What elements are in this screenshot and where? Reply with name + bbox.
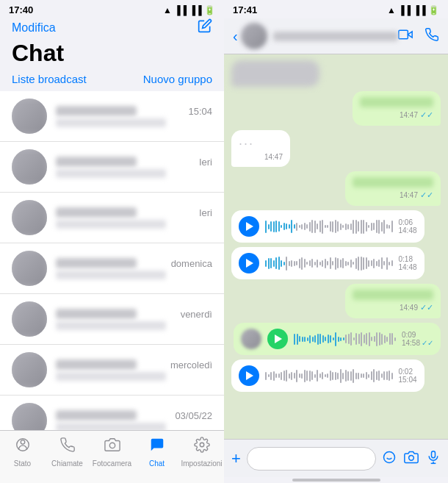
list-item[interactable]: domenica: [0, 243, 224, 294]
play-button[interactable]: [267, 329, 288, 349]
read-receipt: ✓✓: [420, 110, 433, 120]
chiamate-icon: [59, 437, 76, 457]
left-header: Modifica: [0, 18, 224, 40]
message-bubble: ··· 14:47: [231, 130, 290, 167]
chat-info: 03/05/22: [56, 410, 212, 431]
compose-icon[interactable]: [198, 18, 212, 37]
chat-time: Ieri: [199, 157, 212, 168]
voice-duration: 0:06: [399, 218, 417, 226]
list-item[interactable]: 15:04: [0, 91, 224, 142]
voice-time: 15:04: [399, 376, 417, 384]
phone-call-icon[interactable]: [424, 27, 439, 46]
avatar: [12, 200, 47, 235]
chat-name: [56, 207, 137, 218]
chat-time: venerdì: [181, 309, 212, 320]
svg-marker-4: [408, 31, 412, 37]
chat-actions: Liste broadcast Nuovo gruppo: [0, 71, 224, 91]
nav-label-chat: Chat: [149, 459, 165, 468]
modifica-button[interactable]: Modifica: [12, 21, 56, 35]
svg-point-6: [384, 451, 395, 462]
mic-icon[interactable]: [426, 450, 441, 468]
waveform: [265, 218, 393, 235]
chat-preview: [56, 271, 166, 279]
message-time: 14:47: [400, 111, 418, 119]
play-button[interactable]: [239, 253, 259, 273]
nav-item-chat[interactable]: Chat: [134, 437, 179, 468]
broadcast-link[interactable]: Liste broadcast: [12, 73, 87, 85]
play-button[interactable]: [239, 365, 259, 386]
chat-messages: 14:47 ✓✓ ··· 14:47 14:47 ✓✓: [224, 54, 448, 439]
chat-title: Chat: [0, 40, 224, 71]
nav-item-impostazioni[interactable]: Impostazioni: [179, 437, 224, 468]
list-item[interactable]: Ieri: [0, 142, 224, 193]
chat-time: 03/05/22: [175, 410, 212, 421]
message-row: 0:06 14:48: [231, 210, 441, 243]
chat-name: [56, 106, 137, 116]
message-row: 0:09 14:58 ✓✓: [231, 323, 441, 355]
back-button[interactable]: ‹: [233, 28, 238, 45]
play-button[interactable]: [239, 216, 259, 237]
new-group-link[interactable]: Nuovo gruppo: [143, 73, 212, 85]
chat-time: 15:04: [188, 106, 212, 117]
chat-preview: [56, 372, 166, 381]
sticker-icon[interactable]: [382, 450, 397, 468]
plus-icon[interactable]: +: [231, 449, 241, 468]
chat-name: [56, 359, 137, 370]
message-row: ··· 14:47: [231, 130, 441, 167]
nav-label-fotocamera: Fotocamera: [93, 459, 131, 468]
message-bubble: [231, 60, 319, 87]
list-item[interactable]: mercoledì: [0, 345, 224, 396]
message-row: 0:02 15:04: [231, 359, 441, 392]
voice-message-bubble: 0:18 14:48: [231, 247, 424, 279]
message-bubble: 14:47 ✓✓: [345, 171, 441, 206]
svg-point-2: [109, 443, 115, 448]
avatar: [12, 352, 47, 387]
right-status-bar: 17:41 ▲ ▐▐ ▐▐ 🔋: [224, 0, 448, 18]
nav-item-fotocamera[interactable]: Fotocamera: [90, 437, 134, 468]
chat-icon: [149, 437, 165, 457]
svg-point-1: [21, 440, 25, 445]
voice-times: 0:09 14:58 ✓✓: [402, 331, 433, 347]
message-row: [231, 60, 441, 87]
message-row: 14:47 ✓✓: [231, 91, 441, 126]
message-time: 14:47: [400, 191, 418, 199]
video-call-icon[interactable]: [398, 27, 413, 46]
waveform: [265, 367, 393, 384]
read-receipt: ✓✓: [420, 303, 433, 312]
nav-item-chiamate[interactable]: Chiamate: [45, 437, 90, 468]
message-input[interactable]: [247, 447, 376, 471]
message-row: 0:18 14:48: [231, 247, 441, 279]
chat-time: Ieri: [199, 207, 212, 218]
voice-times: 0:02 15:04: [399, 368, 417, 384]
chat-preview: [56, 423, 166, 431]
waveform: [294, 330, 396, 348]
message-row: 14:47 ✓✓: [231, 171, 441, 206]
right-icons: ▲ ▐▐ ▐▐ 🔋: [387, 5, 439, 15]
list-item[interactable]: venerdì: [0, 294, 224, 345]
avatar: [12, 251, 47, 286]
chat-preview: [56, 220, 166, 229]
voice-duration: 0:18: [399, 255, 417, 263]
voice-time: 14:48: [399, 263, 417, 271]
voice-duration: 0:09: [402, 331, 433, 339]
chat-info: venerdì: [56, 309, 212, 330]
avatar: [12, 99, 47, 134]
voice-times: 0:06 14:48: [399, 218, 417, 235]
avatar: [12, 301, 47, 337]
chat-name: [56, 258, 137, 268]
impostazioni-icon: [194, 437, 210, 457]
chat-preview: [56, 169, 166, 178]
list-item[interactable]: Ieri: [0, 193, 224, 243]
chat-time: domenica: [171, 258, 212, 269]
home-indicator: [292, 479, 380, 482]
contact-name: [273, 32, 398, 41]
chat-name: [56, 309, 137, 319]
nav-item-stato[interactable]: Stato: [0, 437, 45, 468]
chat-preview: [56, 321, 166, 330]
list-item[interactable]: 03/05/22: [0, 396, 224, 430]
camera-icon[interactable]: [404, 450, 419, 468]
left-status-bar: 17:40 ▲ ▐▐ ▐▐ 🔋: [0, 0, 224, 18]
voice-message-bubble: 0:02 15:04: [231, 359, 424, 392]
voice-message-bubble: 0:09 14:58 ✓✓: [234, 323, 441, 355]
chat-name: [56, 410, 137, 421]
